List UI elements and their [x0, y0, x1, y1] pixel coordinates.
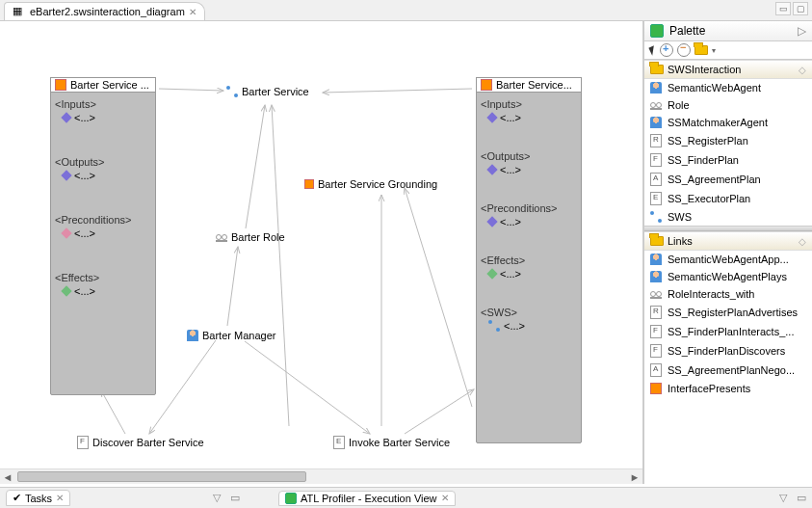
output-icon	[61, 170, 71, 180]
palette-item-role[interactable]: Role	[644, 96, 812, 114]
scroll-right-arrow[interactable]: ►	[627, 469, 642, 484]
close-icon[interactable]: ✕	[189, 7, 196, 17]
palette-item-ssmatchmakeragent[interactable]: SSMatchmakerAgent	[644, 114, 812, 131]
palette-title: Palette	[669, 24, 705, 38]
horizontal-scrollbar[interactable]: ◄ ►	[0, 468, 642, 484]
svg-line-8	[227, 247, 238, 326]
discover-node[interactable]: FDiscover Barter Service	[77, 436, 204, 449]
tasks-tab[interactable]: ✔ Tasks ✕	[6, 490, 70, 506]
palette-item-executorplan[interactable]: ESS_ExecutorPlan	[644, 189, 812, 208]
palette-item-agreementnego[interactable]: ASS_AgreementPlanNego...	[644, 361, 812, 380]
agent-icon	[650, 82, 662, 94]
role-icon	[650, 100, 662, 110]
barter-role-node[interactable]: Barter Role	[216, 231, 285, 243]
barter-service-left-box[interactable]: Barter Service ... <Inputs><...> <Output…	[50, 87, 156, 395]
svg-line-5	[405, 188, 472, 407]
agent-icon	[650, 254, 662, 265]
interface-icon	[650, 383, 662, 394]
agent-icon	[187, 330, 198, 341]
plan-icon: F	[77, 436, 89, 449]
sws-icon	[488, 320, 500, 332]
plan-icon: F	[650, 344, 662, 358]
palette-item-sws[interactable]: SWS	[644, 208, 812, 226]
atl-tab[interactable]: ATL Profiler - Execution View ✕	[278, 491, 456, 506]
folder-tool[interactable]	[694, 45, 708, 55]
input-icon	[61, 112, 71, 122]
palette-group-swsinteraction[interactable]: SWSInteraction ◇	[644, 60, 812, 79]
view-menu-icon[interactable]: ▽	[213, 492, 221, 504]
palette-item-swa-plays[interactable]: SemanticWebAgentPlays	[644, 268, 812, 285]
plan-icon: A	[650, 363, 662, 377]
palette-group-links[interactable]: Links ◇	[644, 231, 812, 251]
zoom-out-tool[interactable]	[677, 43, 691, 57]
editor-tab[interactable]: ▦ eBarter2.swsinteraction_diagram ✕	[4, 2, 205, 20]
maximize-button[interactable]: ▢	[793, 2, 808, 15]
palette-item-interfacepresents[interactable]: InterfacePresents	[644, 380, 812, 397]
svg-line-10	[405, 389, 474, 434]
role-icon	[216, 232, 227, 242]
minimize-view-icon[interactable]: ▭	[797, 492, 806, 504]
window-controls: ▭ ▢	[775, 2, 808, 15]
svg-line-0	[159, 89, 223, 91]
effect-icon	[61, 285, 71, 296]
select-tool[interactable]	[648, 45, 657, 56]
palette-panel: Palette ▷ ▾ SWSInteraction ◇ SemanticWeb…	[643, 21, 812, 484]
editor-tab-bar: ▦ eBarter2.swsinteraction_diagram ✕ ▭ ▢	[0, 0, 812, 21]
zoom-in-tool[interactable]	[660, 43, 673, 57]
barter-service-right-box[interactable]: Barter Service... <Inputs><...> <Outputs…	[476, 87, 582, 443]
output-icon	[486, 164, 497, 174]
plan-icon: F	[650, 153, 662, 167]
barter-service-node[interactable]: Barter Service	[226, 86, 309, 97]
tab-title: eBarter2.swsinteraction_diagram	[30, 6, 185, 17]
scroll-left-arrow[interactable]: ◄	[0, 469, 15, 484]
palette-item-registerplan[interactable]: RSS_RegisterPlan	[644, 131, 812, 150]
close-icon[interactable]: ✕	[441, 493, 449, 503]
plan-icon: E	[650, 192, 662, 205]
precondition-icon	[486, 216, 497, 227]
barter-manager-node[interactable]: Barter Manager	[187, 330, 275, 341]
svg-line-2	[246, 105, 265, 228]
interface-icon	[55, 79, 66, 91]
palette-item-registeradvertises[interactable]: RSS_RegisterPlanAdvertises	[644, 303, 812, 322]
effect-icon	[486, 268, 497, 279]
palette-collapse-icon[interactable]: ▷	[798, 24, 806, 38]
folder-icon	[650, 65, 664, 74]
palette-item-finderinteracts[interactable]: FSS_FinderPlanInteracts_...	[644, 322, 812, 341]
interface-icon	[481, 79, 492, 91]
view-menu-icon[interactable]: ▽	[779, 492, 787, 504]
palette-item-finderdiscovers[interactable]: FSS_FinderPlanDiscovers	[644, 341, 812, 361]
atl-icon	[285, 493, 297, 504]
scroll-thumb[interactable]	[17, 471, 306, 482]
pin-icon[interactable]: ◇	[799, 65, 806, 75]
sws-icon	[650, 211, 662, 223]
grounding-node[interactable]: Barter Service Grounding	[304, 178, 437, 190]
diagram-canvas[interactable]: Barter Service ... <Inputs><...> <Output…	[0, 21, 643, 484]
folder-icon	[650, 236, 664, 246]
svg-line-7	[245, 341, 370, 434]
palette-icon	[650, 24, 664, 38]
agent-icon	[650, 117, 662, 128]
minimize-button[interactable]: ▭	[775, 2, 791, 15]
minimize-view-icon[interactable]: ▭	[230, 492, 240, 504]
box-title: Barter Service...	[496, 79, 572, 91]
bottom-view-bar: ✔ Tasks ✕ ▽ ▭ ATL Profiler - Execution V…	[0, 487, 812, 508]
svg-line-6	[149, 340, 216, 434]
role-icon	[650, 289, 662, 299]
palette-item-swa-app[interactable]: SemanticWebAgentApp...	[644, 251, 812, 268]
tasks-icon: ✔	[13, 492, 21, 504]
palette-item-semanticwebagent[interactable]: SemanticWebAgent	[644, 79, 812, 96]
dropdown-arrow-icon[interactable]: ▾	[712, 46, 716, 55]
close-icon[interactable]: ✕	[56, 493, 64, 503]
input-icon	[486, 112, 497, 122]
plan-icon: A	[650, 173, 662, 186]
svg-line-9	[101, 390, 125, 434]
palette-item-agreementplan[interactable]: ASS_AgreementPlan	[644, 170, 812, 189]
svg-line-3	[272, 105, 289, 426]
pin-icon[interactable]: ◇	[799, 236, 806, 247]
sws-icon	[226, 86, 238, 97]
plan-icon: F	[650, 325, 662, 338]
palette-item-roleinteracts[interactable]: RoleInteracts_with	[644, 285, 812, 303]
invoke-node[interactable]: EInvoke Barter Service	[333, 436, 450, 449]
palette-item-finderplan[interactable]: FSS_FinderPlan	[644, 150, 812, 170]
diagram-file-icon: ▦	[13, 5, 26, 18]
